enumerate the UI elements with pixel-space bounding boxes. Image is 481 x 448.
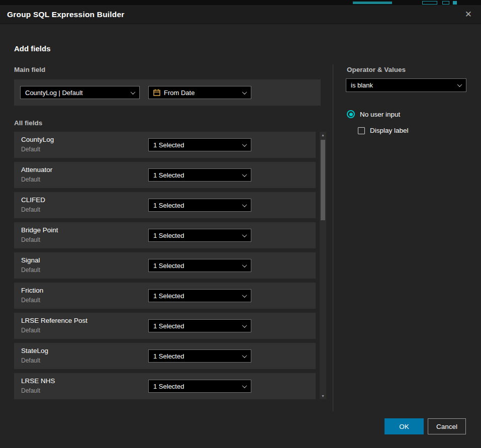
underlying-toolbar-icon (453, 1, 457, 5)
field-row: LRSE NHS Default 1 Selected (14, 373, 316, 399)
checkbox-label: Display label (370, 127, 409, 134)
field-row: Attenuator Default 1 Selected (14, 162, 316, 188)
field-sublabel: Default (21, 327, 40, 334)
field-selection-dropdown[interactable]: 1 Selected (148, 380, 251, 393)
field-sublabel: Default (21, 266, 40, 274)
chevron-down-icon (242, 383, 247, 388)
field-row: Bridge Point Default 1 Selected (14, 222, 316, 248)
field-sublabel: Default (21, 176, 40, 183)
field-name: Friction (21, 287, 43, 294)
radio-label: No user input (360, 111, 400, 118)
main-field-layer-value: CountyLog | Default (25, 89, 83, 97)
field-selection-value: 1 Selected (153, 322, 184, 330)
field-name: Attenuator (21, 166, 52, 173)
main-field-heading: Main field (14, 66, 45, 73)
all-fields-list: CountyLog Default 1 Selected Attenuator … (14, 132, 316, 399)
operator-values-heading: Operator & Values (347, 66, 406, 73)
scroll-down-icon[interactable]: ▼ (321, 394, 325, 398)
close-icon[interactable]: ✕ (463, 9, 474, 20)
calendar-icon (153, 89, 160, 96)
scrollbar[interactable]: ▲ ▼ (320, 132, 326, 399)
checkbox-unchecked-icon (358, 127, 365, 134)
chevron-down-icon (242, 89, 247, 95)
field-selection-dropdown[interactable]: 1 Selected (148, 259, 251, 272)
field-name: LRSE Reference Post (21, 317, 87, 324)
field-name: CountyLog (21, 136, 54, 143)
field-selection-value: 1 Selected (153, 232, 184, 239)
field-row: StateLog Default 1 Selected (14, 343, 316, 369)
field-selection-dropdown[interactable]: 1 Selected (148, 168, 251, 182)
field-selection-dropdown[interactable]: 1 Selected (148, 289, 251, 302)
field-name: CLIFED (21, 196, 45, 204)
field-selection-value: 1 Selected (153, 141, 184, 149)
chevron-down-icon (242, 323, 247, 328)
chevron-down-icon (242, 262, 247, 267)
field-selection-dropdown[interactable]: 1 Selected (148, 319, 251, 332)
main-field-field-dropdown[interactable]: From Date (148, 86, 251, 99)
field-name: Signal (21, 256, 40, 264)
scrollbar-thumb[interactable] (321, 140, 325, 220)
field-sublabel: Default (21, 357, 40, 364)
field-row: Signal Default 1 Selected (14, 252, 316, 279)
no-user-input-radio[interactable]: No user input (347, 110, 400, 118)
ok-button[interactable]: OK (384, 418, 424, 434)
field-sublabel: Default (21, 297, 40, 304)
main-field-panel: CountyLog | Default From Date (14, 79, 321, 106)
operator-dropdown[interactable]: is blank (346, 78, 466, 92)
chevron-down-icon (242, 293, 247, 298)
field-selection-value: 1 Selected (153, 262, 184, 270)
field-sublabel: Default (21, 146, 40, 153)
dialog-footer: OK Cancel (384, 418, 466, 434)
field-row: CountyLog Default 1 Selected (14, 132, 316, 158)
chevron-down-icon (131, 89, 136, 95)
chevron-down-icon (242, 353, 247, 358)
field-row: Friction Default 1 Selected (14, 283, 316, 309)
chevron-down-icon (242, 202, 247, 207)
display-label-checkbox[interactable]: Display label (358, 127, 409, 134)
underlying-teal-text (353, 2, 392, 4)
chevron-down-icon (242, 142, 247, 147)
field-selection-value: 1 Selected (153, 292, 184, 300)
cancel-button[interactable]: Cancel (428, 418, 466, 434)
field-selection-dropdown[interactable]: 1 Selected (148, 199, 251, 212)
field-sublabel: Default (21, 206, 40, 213)
field-selection-value: 1 Selected (153, 352, 184, 360)
underlying-toolbar-icon (442, 1, 449, 5)
field-selection-dropdown[interactable]: 1 Selected (148, 349, 251, 363)
field-selection-value: 1 Selected (153, 383, 184, 390)
field-name: Bridge Point (21, 226, 58, 234)
field-selection-dropdown[interactable]: 1 Selected (148, 138, 251, 151)
field-row: CLIFED Default 1 Selected (14, 192, 316, 218)
operator-value: is blank (351, 81, 373, 89)
chevron-down-icon (457, 82, 462, 87)
main-field-layer-dropdown[interactable]: CountyLog | Default (20, 86, 140, 99)
field-row: LRSE Reference Post Default 1 Selected (14, 313, 316, 339)
field-sublabel: Default (21, 236, 40, 243)
chevron-down-icon (242, 232, 247, 237)
underlying-toolbar-icon (422, 1, 437, 5)
field-selection-value: 1 Selected (153, 202, 184, 209)
field-selection-dropdown[interactable]: 1 Selected (148, 229, 251, 242)
radio-selected-icon (347, 110, 355, 118)
field-selection-value: 1 Selected (153, 171, 184, 179)
main-field-field-value: From Date (164, 89, 195, 97)
chevron-down-icon (242, 172, 247, 177)
dialog-header: Group SQL Expression Builder ✕ (0, 5, 481, 24)
field-name: LRSE NHS (21, 377, 55, 385)
field-name: StateLog (21, 347, 48, 354)
scroll-up-icon[interactable]: ▲ (321, 133, 325, 137)
underlying-app-edge (0, 0, 481, 5)
vertical-divider (333, 64, 333, 411)
add-fields-heading: Add fields (14, 44, 51, 53)
group-sql-expression-builder-dialog: Group SQL Expression Builder ✕ Add field… (0, 5, 481, 448)
field-sublabel: Default (21, 387, 40, 394)
dialog-title: Group SQL Expression Builder (7, 10, 125, 19)
all-fields-heading: All fields (14, 119, 42, 127)
